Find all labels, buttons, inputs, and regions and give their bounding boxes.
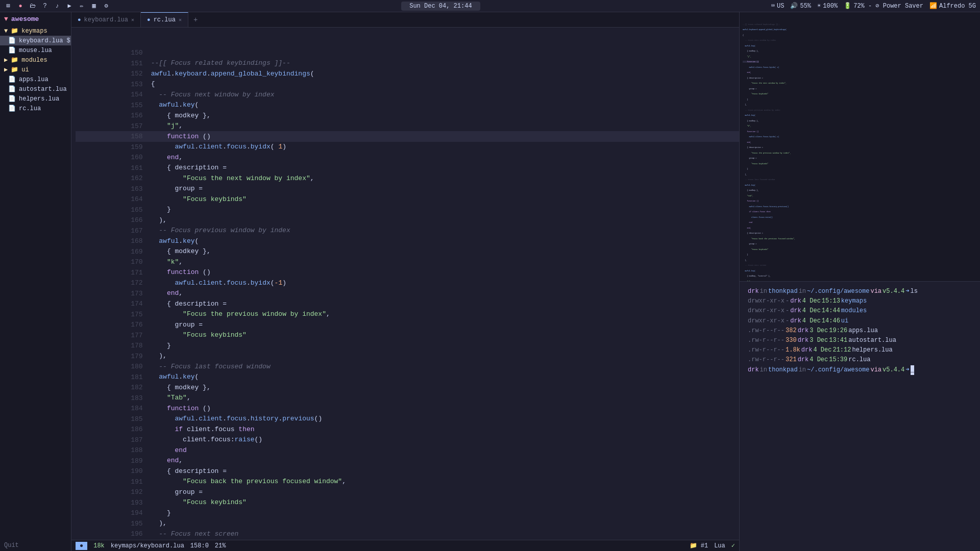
wifi-icon: 📶 <box>929 2 937 10</box>
folder-icon-ui: ▶ <box>4 66 8 73</box>
folder-expand-icon: ▼ <box>4 28 8 35</box>
table-row: 173 end, <box>76 288 739 299</box>
table-row: 170 "k", <box>76 257 739 267</box>
lua-icon-1: ● <box>78 17 81 23</box>
status-percent: 21% <box>215 542 226 549</box>
tab-keyboard-lua[interactable]: ● keyboard.lua ✕ <box>71 12 141 27</box>
table-row: 164 "Focus keybinds" <box>76 194 739 205</box>
table-row: 163 group = <box>76 184 739 194</box>
table-row: 167 -- Focus previous window by index <box>76 226 739 236</box>
table-row: 181 awful.key( <box>76 372 739 383</box>
file-icon-autostart: 📄 <box>8 85 16 93</box>
status-position: 158:0 <box>190 542 209 549</box>
table-row: 195 ), <box>76 518 739 529</box>
workspace-icon: ▼ <box>4 15 8 23</box>
sidebar-item-apps-lua[interactable]: 📄 apps.lua <box>0 74 71 84</box>
table-row: 161 { description = <box>76 163 739 173</box>
table-row: 172 awful.client.focus.byidx(-1) <box>76 278 739 288</box>
terminal-line: .rw-r--r-- 382 drk 3 Dec 19:26 apps.lua <box>748 326 972 336</box>
table-row: 175 "Focus the previous window by index"… <box>76 309 739 320</box>
table-row: 190 { description = <box>76 466 739 477</box>
sidebar-workspace[interactable]: ▼ awesome <box>0 14 71 26</box>
statusbar-left: ● 18k keymaps/keyboard.lua 158:0 21% <box>76 542 226 550</box>
table-row: 184 function () <box>76 403 739 414</box>
table-row: 188 end <box>76 445 739 456</box>
brightness-icon: ☀ <box>817 2 821 10</box>
datetime-display: Sun Dec 04, 21:44 <box>401 2 480 11</box>
table-row: 168 awful.key( <box>76 236 739 246</box>
sidebar-item-helpers-lua[interactable]: 📄 helpers.lua <box>0 94 71 104</box>
terminal-line: .rw-r--r-- 1.8k drk 4 Dec 21:12 helpers.… <box>748 345 972 355</box>
table-row: 155 awful.key( <box>76 100 739 111</box>
sidebar-item-ui[interactable]: ▶ 📁 ui <box>0 65 71 74</box>
table-row: 179 ), <box>76 351 739 362</box>
tabs-bar: ● keyboard.lua ✕ ● rc.lua ✕ + <box>71 12 739 28</box>
status-lang: Lua <box>714 542 725 549</box>
table-row: 158 function () <box>76 131 739 142</box>
table-row: 174 { description = <box>76 298 739 309</box>
terminal-line: drk in thonkpad in ~/.config/awesome via… <box>748 287 972 296</box>
keyboard-indicator[interactable]: ⌨ US <box>771 2 785 10</box>
table-row: 151 --[[ Focus related keybindings ]]-- <box>76 58 739 69</box>
table-row: 194 } <box>76 508 739 518</box>
table-row: 192 group = <box>76 487 739 497</box>
statusbar: ● 18k keymaps/keyboard.lua 158:0 21% 📁 #… <box>71 540 739 551</box>
sidebar-item-rc-lua[interactable]: 📄 rc.lua <box>0 104 71 113</box>
tab-close-rc[interactable]: ✕ <box>179 17 182 23</box>
volume-indicator[interactable]: 🔊 55% <box>790 2 811 10</box>
table-row: 166 ), <box>76 215 739 226</box>
battery-icon: 🔋 <box>844 2 851 10</box>
tab-close-keyboard[interactable]: ✕ <box>131 17 134 23</box>
music-icon[interactable]: ♪ <box>53 2 61 10</box>
table-row: 154 -- Focus next window by index <box>76 89 739 100</box>
status-check: ✓ <box>731 542 735 549</box>
apps-icon[interactable]: ⊞ <box>4 2 12 10</box>
sidebar-item-mouse-lua[interactable]: 📄 mouse.lua <box>0 45 71 55</box>
topbar-right: ⌨ US 🔊 55% ☀ 100% 🔋 72% - ⊘ Power Saver … <box>771 2 976 10</box>
table-row: 150 <box>76 47 739 58</box>
terminal-cursor: _ <box>911 365 914 375</box>
table-row: 187 client.focus:raise() <box>76 435 739 445</box>
sidebar-item-keymaps[interactable]: ▼ 📁 keymaps <box>0 26 71 36</box>
table-row: 189 end, <box>76 456 739 466</box>
terminal-line: .rw-r--r-- 330 drk 3 Dec 13:41 autostart… <box>748 336 972 345</box>
terminal-panel[interactable]: drk in thonkpad in ~/.config/awesome via… <box>740 282 980 551</box>
git-icon: 📁 <box>690 542 697 549</box>
terminal-line: drwxr-xr-x - drk 4 Dec 15:13 keymaps <box>748 296 972 306</box>
tab-rc-lua[interactable]: ● rc.lua ✕ <box>141 12 188 27</box>
table-row: 180 -- Focus last focused window <box>76 361 739 372</box>
code-editor[interactable]: 150 151 --[[ Focus related keybindings ]… <box>71 28 739 540</box>
table-row: 177 "Focus keybinds" <box>76 330 739 341</box>
right-panel: --[[ Focus related keybindings ]]-- awfu… <box>739 12 980 551</box>
keyboard-icon: ⌨ <box>771 2 775 10</box>
sidebar-item-autostart-lua[interactable]: 📄 autostart.lua <box>0 84 71 94</box>
brightness-indicator[interactable]: ☀ 100% <box>817 2 838 10</box>
settings-icon[interactable]: ⚙ <box>102 2 110 10</box>
file-icon-keyboard: 📄 <box>8 37 16 44</box>
table-row: 153 { <box>76 79 739 90</box>
battery-indicator[interactable]: 🔋 72% - ⊘ Power Saver <box>844 2 923 10</box>
table-row: 160 end, <box>76 152 739 163</box>
table-row: 176 group = <box>76 319 739 330</box>
sidebar-item-modules[interactable]: ▶ 📁 modules <box>0 55 71 65</box>
terminal: drk in thonkpad in ~/.config/awesome via… <box>744 284 976 378</box>
pen-icon[interactable]: ✏ <box>78 2 86 10</box>
video-icon[interactable]: ▶ <box>65 2 74 10</box>
wifi-indicator[interactable]: 📶 Alfredo 5G <box>929 2 976 10</box>
grid-icon[interactable]: ▦ <box>90 2 98 10</box>
files-icon[interactable]: 🗁 <box>29 2 37 10</box>
main-layout: ▼ awesome ▼ 📁 keymaps 📄 keyboard.lua $ 📄… <box>0 12 980 551</box>
sidebar-item-keyboard-lua[interactable]: 📄 keyboard.lua $ <box>0 36 71 45</box>
tab-add-button[interactable]: + <box>188 14 203 26</box>
table-row: 159 awful.client.focus.byidx( 1) <box>76 142 739 153</box>
table-row: 165 } <box>76 205 739 215</box>
close-icon[interactable]: ● <box>16 2 24 10</box>
folder-icon-modules: ▶ <box>4 56 8 64</box>
terminal-line: .rw-r--r-- 321 drk 4 Dec 15:39 rc.lua <box>748 355 972 365</box>
terminal-line: drwxr-xr-x - drk 4 Dec 14:44 modules <box>748 306 972 316</box>
editor-area: ● keyboard.lua ✕ ● rc.lua ✕ + 150 <box>71 12 739 551</box>
table-row: 196 -- Focus next screen <box>76 529 739 539</box>
help-icon[interactable]: ? <box>41 2 49 10</box>
table-row: 182 { modkey }, <box>76 382 739 393</box>
lua-icon-2: ● <box>147 17 151 23</box>
